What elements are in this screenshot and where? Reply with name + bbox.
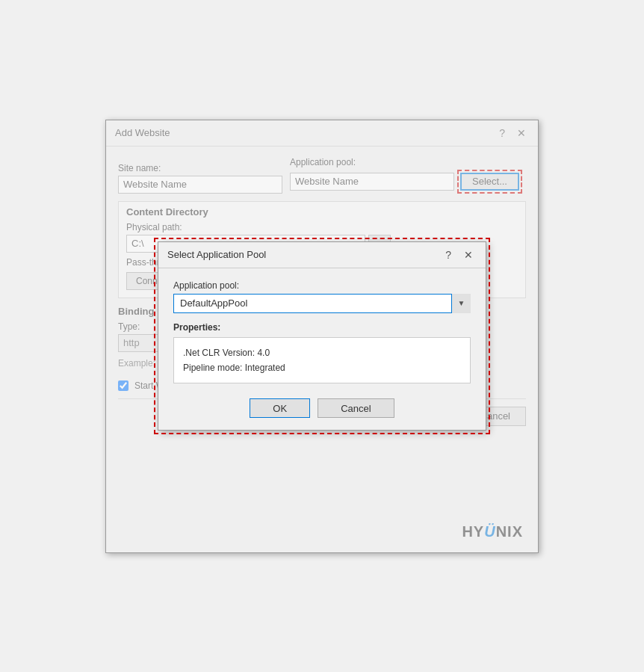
modal-app-pool-select[interactable]: DefaultAppPool — [173, 294, 471, 313]
modal-content: Application pool: DefaultAppPool ▼ Prope… — [158, 268, 486, 431]
modal-cancel-button[interactable]: Cancel — [318, 398, 394, 418]
modal-overlay: Select Application Pool ? ✕ Application … — [106, 120, 538, 552]
properties-box: .Net CLR Version: 4.0 Pipeline mode: Int… — [173, 337, 471, 384]
select-app-pool-dialog: Select Application Pool ? ✕ Application … — [158, 241, 486, 431]
modal-title: Select Application Pool — [167, 249, 266, 260]
property-line-1: .Net CLR Version: 4.0 — [183, 345, 461, 360]
modal-app-pool-label: Application pool: — [173, 280, 471, 291]
property-line-2: Pipeline mode: Integrated — [183, 360, 461, 375]
modal-title-controls: ? ✕ — [442, 248, 477, 262]
properties-label: Properties: — [173, 322, 471, 333]
modal-footer: OK Cancel — [173, 395, 471, 418]
modal-title-bar: Select Application Pool ? ✕ — [158, 242, 486, 268]
modal-close-button[interactable]: ✕ — [460, 248, 477, 262]
modal-select-wrapper: DefaultAppPool ▼ — [173, 294, 471, 313]
modal-help-button[interactable]: ? — [442, 248, 454, 262]
add-website-dialog: Add Website ? ✕ Site name: Application p… — [105, 120, 539, 553]
modal-ok-button[interactable]: OK — [250, 398, 310, 418]
